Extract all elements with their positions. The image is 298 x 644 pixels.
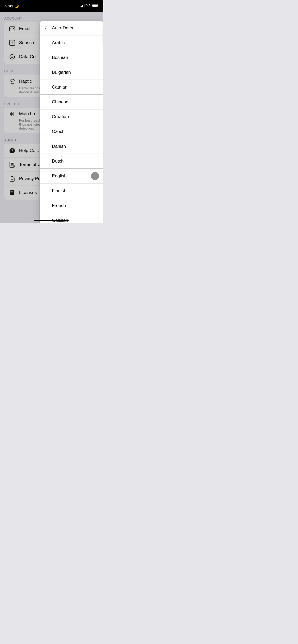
battery-icon (92, 3, 98, 8)
picker-item-auto-detect[interactable]: ✓Auto-Detect (40, 21, 103, 35)
picker-item-czech[interactable]: Czech (40, 124, 103, 139)
time-label: 9:41 (5, 4, 13, 8)
picker-label-bulgarian: Bulgarian (52, 70, 99, 75)
picker-item-french[interactable]: French (40, 198, 103, 213)
language-picker[interactable]: ✓Auto-DetectArabicBosnianBulgarianCatala… (40, 21, 103, 223)
picker-checkmark-auto-detect: ✓ (44, 25, 49, 31)
picker-item-bosnian[interactable]: Bosnian (40, 50, 103, 65)
picker-label-croatian: Croatian (52, 114, 99, 119)
moon-icon: 🌙 (15, 4, 19, 8)
picker-item-croatian[interactable]: Croatian (40, 109, 103, 124)
picker-label-dutch: Dutch (52, 159, 99, 164)
picker-label-czech: Czech (52, 129, 99, 134)
status-icons (80, 3, 98, 8)
picker-item-chinese[interactable]: Chinese (40, 95, 103, 109)
picker-item-galician[interactable]: Galician (40, 213, 103, 223)
svg-rect-1 (92, 4, 97, 7)
picker-label-bosnian: Bosnian (52, 55, 99, 60)
picker-label-catalan: Catalan (52, 85, 99, 90)
picker-label-english: English (52, 173, 91, 179)
picker-item-finnish[interactable]: Finnish (40, 183, 103, 198)
wifi-icon (86, 3, 90, 8)
picker-item-dutch[interactable]: Dutch (40, 154, 103, 169)
picker-label-french: French (52, 203, 99, 208)
picker-label-arabic: Arabic (52, 40, 99, 45)
picker-scrollbar (102, 29, 102, 44)
status-time-area: 9:41 🌙 (5, 4, 19, 8)
status-bar: 9:41 🌙 (0, 0, 103, 12)
signal-icon (80, 4, 84, 7)
picker-item-arabic[interactable]: Arabic (40, 35, 103, 50)
picker-item-bulgarian[interactable]: Bulgarian (40, 65, 103, 80)
picker-label-auto-detect: Auto-Detect (52, 25, 99, 31)
picker-label-finnish: Finnish (52, 188, 99, 194)
picker-item-catalan[interactable]: Catalan (40, 80, 103, 95)
picker-item-danish[interactable]: Danish (40, 139, 103, 154)
picker-label-danish: Danish (52, 144, 99, 149)
picker-item-english[interactable]: English (40, 169, 103, 183)
picker-label-chinese: Chinese (52, 99, 99, 105)
picker-dot-english (91, 172, 99, 180)
home-indicator (34, 220, 69, 221)
